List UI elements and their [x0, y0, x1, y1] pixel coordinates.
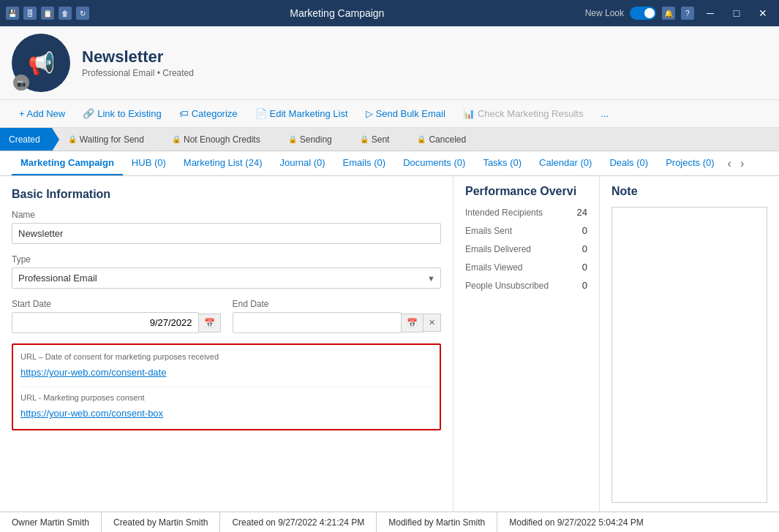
- name-label: Name: [12, 210, 441, 220]
- lock-icon: 🔒: [68, 135, 77, 143]
- url1-link[interactable]: https://your-web.com/consent-date: [20, 364, 432, 381]
- refresh-icon[interactable]: ↻: [76, 7, 89, 20]
- list-icon: 📄: [255, 108, 267, 119]
- lock-icon-5: 🔒: [417, 135, 426, 143]
- send-bulk-email-button[interactable]: ▷ Send Bulk Email: [358, 104, 453, 123]
- link-to-existing-button[interactable]: 🔗 Link to Existing: [75, 104, 168, 123]
- perf-label-1: Emails Sent: [465, 226, 512, 236]
- perf-label-3: Emails Viewed: [465, 262, 522, 273]
- type-label: Type: [12, 254, 441, 265]
- perf-value-2: 0: [565, 243, 587, 254]
- tab-marketing-campaign[interactable]: Marketing Campaign: [12, 151, 123, 175]
- end-date-wrapper: 📅 ✕: [233, 312, 442, 333]
- url-section: URL – Date of consent for marketing purp…: [12, 343, 441, 430]
- perf-label-4: People Unsubscribed: [465, 281, 549, 291]
- maximize-button[interactable]: □: [726, 3, 747, 23]
- save-as-icon[interactable]: 📋: [41, 7, 54, 20]
- tab-deals[interactable]: Deals (0): [601, 151, 657, 175]
- titlebar-icons: 💾 🗄 📋 🗑 ↻: [6, 7, 89, 20]
- not-enough-label: Not Enough Credits: [184, 134, 260, 145]
- window-title: Marketing Campaign: [95, 7, 579, 19]
- status-not-enough[interactable]: 🔒 Not Enough Credits: [156, 128, 272, 151]
- sent-label: Sent: [372, 134, 390, 145]
- performance-panel: Performance Overvi Intended Recipients 2…: [454, 176, 600, 512]
- delete-icon[interactable]: 🗑: [59, 7, 72, 20]
- footer-owner: Owner Martin Smith: [0, 512, 102, 532]
- end-date-input[interactable]: [233, 312, 402, 333]
- new-look-toggle[interactable]: [630, 7, 656, 20]
- check-marketing-results-button[interactable]: 📊 Check Marketing Results: [456, 104, 591, 123]
- start-date-input[interactable]: [12, 312, 199, 333]
- perf-row-0: Intended Recipients 24: [465, 207, 587, 218]
- end-date-clear-icon[interactable]: ✕: [424, 314, 441, 332]
- status-canceled[interactable]: 🔒 Canceled: [401, 128, 478, 151]
- note-textarea[interactable]: [611, 207, 767, 503]
- perf-value-3: 0: [565, 262, 587, 273]
- perf-row-2: Emails Delivered 0: [465, 243, 587, 254]
- note-title: Note: [611, 185, 767, 198]
- tab-journal[interactable]: Journal (0): [271, 151, 334, 175]
- name-field-group: Name: [12, 210, 441, 244]
- perf-label-2: Emails Delivered: [465, 244, 531, 254]
- name-input[interactable]: [12, 223, 441, 244]
- header-info: Newsletter Professional Email • Created: [82, 48, 767, 78]
- status-created[interactable]: Created: [0, 128, 52, 151]
- end-date-label: End Date: [233, 299, 442, 309]
- url-divider: [20, 387, 432, 387]
- start-date-group: Start Date 📅: [12, 299, 221, 333]
- basic-info-panel: Basic Information Name Type Professional…: [0, 176, 454, 512]
- tab-calendar[interactable]: Calendar (0): [530, 151, 601, 175]
- tabs: Marketing Campaign HUB (0) Marketing Lis…: [0, 151, 779, 176]
- tab-hub[interactable]: HUB (0): [123, 151, 175, 175]
- notifications-icon[interactable]: 🔔: [662, 7, 675, 20]
- basic-info-title: Basic Information: [12, 188, 441, 201]
- window-controls: New Look 🔔 ? ─ □ ✕: [585, 3, 773, 23]
- type-field-group: Type Professional Email ▼: [12, 254, 441, 289]
- record-header: 📢 📷 Newsletter Professional Email • Crea…: [0, 26, 779, 100]
- perf-row-3: Emails Viewed 0: [465, 262, 587, 273]
- start-date-calendar-icon[interactable]: 📅: [199, 314, 221, 332]
- start-date-label: Start Date: [12, 299, 221, 309]
- status-waiting[interactable]: 🔒 Waiting for Send: [52, 128, 156, 151]
- status-sent[interactable]: 🔒 Sent: [344, 128, 402, 151]
- help-icon[interactable]: ?: [681, 7, 694, 20]
- edit-marketing-list-button[interactable]: 📄 Edit Marketing List: [248, 104, 355, 123]
- perf-row-1: Emails Sent 0: [465, 225, 587, 236]
- perf-value-1: 0: [565, 225, 587, 236]
- categorize-button[interactable]: 🏷 Categorize: [172, 104, 245, 123]
- close-button[interactable]: ✕: [753, 3, 773, 23]
- save-icon[interactable]: 🗄: [23, 7, 37, 20]
- tab-next-button[interactable]: ›: [736, 154, 748, 173]
- send-icon: ▷: [366, 108, 373, 119]
- perf-label-0: Intended Recipients: [465, 208, 543, 218]
- tab-tasks[interactable]: Tasks (0): [474, 151, 530, 175]
- status-sending[interactable]: 🔒 Sending: [272, 128, 344, 151]
- tab-marketing-list[interactable]: Marketing List (24): [175, 151, 271, 175]
- url2-link[interactable]: https://your-web.com/consent-box: [20, 405, 432, 422]
- camera-icon[interactable]: 📷: [13, 75, 29, 91]
- megaphone-icon: 📢: [28, 50, 55, 76]
- tab-prev-button[interactable]: ‹: [723, 154, 736, 173]
- minimize-button[interactable]: ─: [700, 3, 720, 23]
- chart-icon: 📊: [463, 108, 475, 119]
- perf-row-4: People Unsubscribed 0: [465, 280, 587, 291]
- tab-projects[interactable]: Projects (0): [657, 151, 723, 175]
- type-select[interactable]: Professional Email: [12, 267, 441, 289]
- save-all-icon[interactable]: 💾: [6, 7, 19, 20]
- perf-value-0: 24: [565, 207, 587, 218]
- start-date-wrapper: 📅: [12, 312, 221, 333]
- tab-documents[interactable]: Documents (0): [394, 151, 474, 175]
- sending-label: Sending: [300, 134, 332, 145]
- record-subtitle: Professional Email • Created: [82, 68, 767, 78]
- add-new-button[interactable]: + Add New: [12, 104, 72, 123]
- right-panel: Performance Overvi Intended Recipients 2…: [454, 176, 779, 512]
- created-label: Created: [9, 134, 40, 145]
- end-date-calendar-icon[interactable]: 📅: [402, 314, 424, 332]
- avatar-container: 📢 📷: [12, 34, 70, 92]
- more-button[interactable]: ...: [593, 104, 616, 123]
- tab-emails[interactable]: Emails (0): [334, 151, 395, 175]
- lock-icon-4: 🔒: [360, 135, 369, 143]
- toolbar: + Add New 🔗 Link to Existing 🏷 Categoriz…: [0, 100, 779, 128]
- url1-label: URL – Date of consent for marketing purp…: [20, 352, 432, 361]
- waiting-label: Waiting for Send: [80, 134, 144, 145]
